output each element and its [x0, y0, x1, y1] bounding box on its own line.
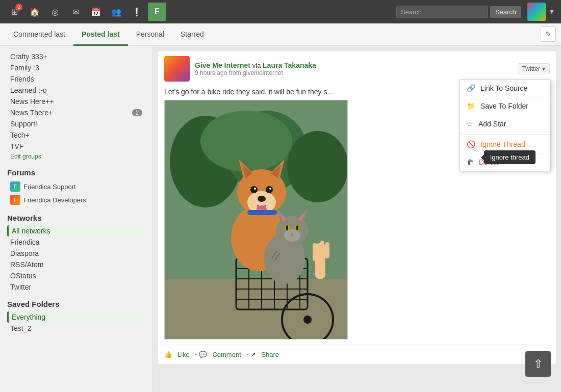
post-via-text: via: [252, 62, 263, 69]
network-chevron-icon: ▾: [542, 65, 545, 72]
edit-groups-link[interactable]: Edit groups: [7, 152, 145, 161]
sidebar-item-news-here[interactable]: News Here++: [7, 96, 145, 107]
scroll-to-top-button[interactable]: ⇧: [525, 351, 551, 377]
mail-button[interactable]: ✉: [66, 3, 85, 21]
comment-button[interactable]: Comment: [209, 349, 244, 360]
dropdown-save-to-folder-label: Save To Folder: [480, 102, 528, 110]
sidebar-item-news-there-label: News There+: [10, 109, 53, 117]
sidebar-item-everything[interactable]: Everything: [7, 311, 145, 323]
post-network-label: Twitter: [522, 65, 540, 72]
post-avatar: [164, 56, 190, 82]
post-header-left: Give Me Internet via Laura Takanaka 9 ho…: [164, 56, 316, 82]
main-content-area: Give Me Internet via Laura Takanaka 9 ho…: [153, 46, 561, 392]
like-button[interactable]: Like: [174, 349, 193, 360]
home-button[interactable]: 🏠: [26, 3, 44, 21]
post-avatar-image: [164, 56, 190, 82]
action-sep-2: •: [246, 351, 249, 358]
networks-section-title: Networks: [7, 214, 145, 222]
post-network-badge[interactable]: Twitter ▾: [518, 63, 550, 74]
share-button[interactable]: Share: [258, 349, 282, 360]
post-actions: 👍 Like • 💬 Comment • ↗ Share: [158, 345, 556, 364]
friendica-devs-label: Friendica Developers: [23, 196, 86, 204]
sidebar-item-crafty[interactable]: Crafty 333+: [7, 51, 145, 62]
svg-point-28: [269, 188, 271, 190]
post-title-row: Give Me Internet via Laura Takanaka: [195, 61, 316, 69]
sidebar: Crafty 333+ Family :3 Friends Learned :-…: [0, 46, 153, 392]
svg-point-42: [296, 225, 298, 230]
svg-point-25: [250, 186, 258, 193]
alert-button[interactable]: ❕: [128, 3, 146, 21]
apps-button[interactable]: ⊞ 2: [5, 3, 23, 21]
sidebar-item-twitter[interactable]: Twitter: [7, 281, 145, 293]
sidebar-item-family[interactable]: Family :3: [7, 62, 145, 73]
delete-icon: 🗑: [467, 158, 474, 166]
sidebar-item-rss-atom[interactable]: RSS/Atom: [7, 259, 145, 270]
tab-commented-last[interactable]: Commented last: [5, 24, 73, 46]
subtabs-bar: Commented last Posted last Personal Star…: [0, 23, 561, 46]
friendica-support-label: Friendica Support: [23, 183, 76, 191]
sidebar-item-friendica[interactable]: Friendica: [7, 237, 145, 248]
search-button[interactable]: Search: [490, 6, 521, 18]
sidebar-item-learned[interactable]: Learned :-o: [7, 85, 145, 96]
post-image-svg: [165, 100, 348, 339]
navbar: ⊞ 2 🏠 ◎ ✉ 📅 👥 ❕ F Search ▼: [0, 0, 561, 23]
svg-point-3: [287, 131, 348, 202]
dropdown-item-link-to-source[interactable]: 🔗 Link To Source: [460, 80, 550, 97]
svg-rect-49: [325, 242, 329, 258]
svg-rect-47: [313, 243, 317, 261]
sidebar-item-tech[interactable]: Tech+: [7, 129, 145, 141]
sidebar-forum-friendica-support[interactable]: F Friendica Support: [7, 180, 145, 193]
tab-personal[interactable]: Personal: [128, 24, 172, 46]
svg-rect-48: [320, 241, 324, 258]
action-sep-1: •: [195, 351, 197, 358]
sidebar-item-ostatus[interactable]: OStatus: [7, 270, 145, 281]
friendica-logo-button[interactable]: F: [148, 3, 166, 21]
ignore-thread-tooltip: Ignore thread: [484, 150, 536, 164]
sidebar-item-news-there[interactable]: News There+ 2: [7, 107, 145, 118]
target-button[interactable]: ◎: [46, 3, 64, 21]
ignore-icon: 🚫: [467, 140, 475, 148]
notification-badge: 2: [15, 4, 22, 11]
people-button[interactable]: 👥: [107, 3, 125, 21]
tab-posted-last[interactable]: Posted last: [73, 24, 128, 46]
tab-starred[interactable]: Starred: [172, 24, 212, 46]
post-title-link[interactable]: Give Me Internet: [195, 61, 250, 69]
svg-point-27: [254, 188, 256, 190]
folder-icon: 📁: [467, 102, 475, 110]
dropdown-ignore-thread-label: Ignore Thread: [480, 140, 525, 148]
avatar-dropdown-button[interactable]: ▼: [548, 7, 556, 16]
edit-post-button[interactable]: ✎: [541, 27, 556, 42]
post-author-link[interactable]: Laura Takanaka: [263, 61, 316, 69]
svg-rect-31: [247, 210, 277, 215]
dropdown-add-star-label: Add Star: [478, 120, 506, 128]
like-icon: 👍: [164, 351, 172, 358]
link-icon: 🔗: [467, 84, 475, 92]
post-image: [164, 100, 348, 339]
main-layout: Crafty 333+ Family :3 Friends Learned :-…: [0, 46, 561, 392]
friendica-support-icon: F: [10, 181, 20, 192]
star-icon: ☆: [467, 120, 473, 128]
avatar[interactable]: [527, 3, 546, 21]
calendar-button[interactable]: 📅: [87, 3, 105, 21]
svg-point-17: [303, 316, 312, 324]
svg-point-29: [258, 196, 266, 202]
news-there-badge: 2: [132, 109, 142, 116]
sidebar-item-all-networks[interactable]: All networks: [7, 225, 145, 237]
dropdown-item-add-star[interactable]: ☆ Add Star: [460, 115, 550, 133]
sidebar-item-tvf[interactable]: TVF: [7, 141, 145, 152]
search-input[interactable]: [396, 6, 488, 18]
dropdown-item-save-to-folder[interactable]: 📁 Save To Folder: [460, 97, 550, 115]
search-area: Search: [396, 6, 521, 18]
sidebar-item-diaspora[interactable]: Diaspora: [7, 248, 145, 259]
dropdown-divider: [460, 134, 550, 135]
sidebar-item-test2[interactable]: Test_2: [7, 323, 145, 334]
sidebar-item-friends[interactable]: Friends: [7, 73, 145, 85]
sidebar-forum-friendica-devs[interactable]: F Friendica Developers: [7, 193, 145, 206]
dropdown-link-to-source-label: Link To Source: [480, 84, 527, 92]
post-meta: Give Me Internet via Laura Takanaka 9 ho…: [195, 61, 316, 76]
post-card: Give Me Internet via Laura Takanaka 9 ho…: [158, 51, 556, 364]
sidebar-item-support[interactable]: Support!: [7, 118, 145, 129]
svg-point-26: [266, 186, 273, 193]
share-icon: ↗: [250, 351, 256, 358]
comment-icon: 💬: [199, 351, 207, 358]
